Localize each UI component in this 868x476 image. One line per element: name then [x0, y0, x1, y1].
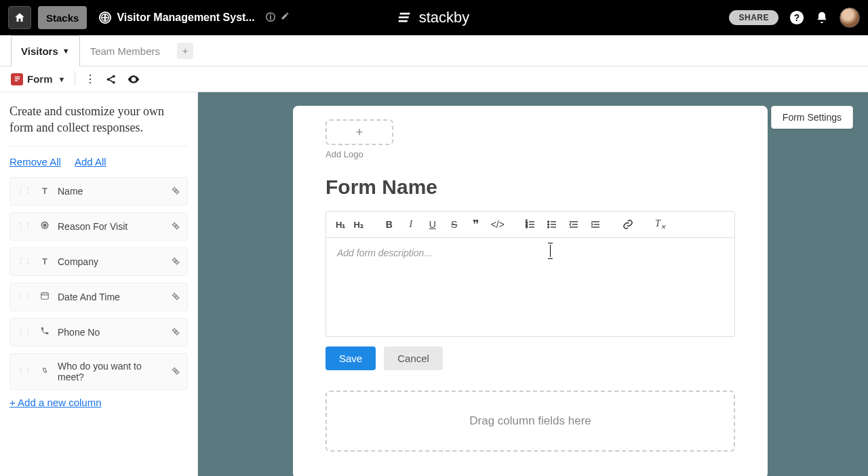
field-item-date[interactable]: ⋮⋮ Date And Time [9, 283, 188, 311]
field-item-meet[interactable]: ⋮⋮ Who do you want to meet? [9, 353, 188, 390]
brand-name: stackby [419, 9, 470, 26]
workspace-name[interactable]: Visitor Management Syst... ⓘ [99, 12, 289, 24]
unordered-list-button[interactable] [542, 215, 561, 234]
svg-rect-3 [14, 77, 19, 77]
indent-button[interactable] [586, 215, 605, 234]
h2-button[interactable]: H₂ [351, 215, 366, 234]
ordered-list-button[interactable]: 123 [521, 215, 540, 234]
svg-point-11 [176, 191, 178, 193]
unordered-list-icon [547, 219, 557, 230]
svg-point-24 [176, 371, 178, 374]
quote-button[interactable]: ❞ [467, 215, 486, 234]
field-settings-button[interactable] [170, 220, 180, 233]
field-settings-button[interactable] [170, 326, 180, 338]
add-all-link[interactable]: Add All [75, 156, 106, 167]
strike-button[interactable]: S [445, 215, 464, 234]
svg-point-30 [547, 226, 549, 228]
preview-button[interactable] [127, 73, 140, 86]
add-logo-button[interactable]: + [326, 119, 393, 145]
field-item-company[interactable]: ⋮⋮ T Company [9, 247, 188, 276]
share-label: SHARE [738, 13, 769, 22]
italic-button[interactable]: I [401, 215, 420, 234]
field-settings-button[interactable] [170, 256, 180, 268]
outdent-icon [568, 219, 579, 230]
view-switcher[interactable]: Form ▼ [11, 73, 65, 85]
field-settings-button[interactable] [170, 365, 180, 378]
svg-point-28 [547, 221, 549, 222]
drag-handle-icon[interactable]: ⋮⋮ [17, 259, 32, 264]
outdent-button[interactable] [564, 215, 583, 234]
form-title[interactable]: Form Name [326, 176, 735, 199]
cancel-label: Cancel [397, 353, 429, 364]
field-item-name[interactable]: ⋮⋮ T Name [9, 177, 188, 205]
svg-point-19 [173, 294, 176, 296]
svg-point-21 [173, 329, 176, 332]
add-table-button[interactable]: + [177, 43, 193, 59]
field-item-reason[interactable]: ⋮⋮ Reason For Visit [9, 212, 188, 241]
bold-button[interactable]: B [380, 215, 399, 234]
clear-format-button[interactable]: T✕ [651, 215, 670, 234]
text-type-icon: T [39, 186, 51, 196]
drag-handle-icon[interactable]: ⋮⋮ [17, 294, 32, 300]
drag-handle-icon[interactable]: ⋮⋮ [17, 189, 32, 194]
field-item-phone[interactable]: ⋮⋮ Phone No [9, 318, 188, 346]
form-sidebar: Create and customize your own form and c… [0, 92, 198, 476]
field-label: Company [58, 256, 170, 267]
share-view-button[interactable] [105, 73, 117, 85]
main-area: Create and customize your own form and c… [0, 92, 868, 476]
save-button[interactable]: Save [326, 346, 376, 370]
svg-point-22 [176, 332, 178, 334]
gear-icon [170, 365, 180, 376]
form-canvas: Form Settings + Add Logo Form Name H₁ H₂… [198, 92, 868, 476]
field-label: Date And Time [58, 292, 170, 302]
form-settings-button[interactable]: Form Settings [771, 106, 853, 129]
info-icon[interactable]: ⓘ [266, 12, 275, 24]
field-settings-button[interactable] [170, 185, 180, 197]
view-options-button[interactable]: ⋮ [85, 73, 96, 85]
quote-icon: ❞ [473, 217, 479, 232]
user-avatar[interactable] [840, 7, 860, 28]
remove-all-link[interactable]: Remove All [9, 156, 61, 167]
home-button[interactable] [8, 6, 31, 29]
caret-down-icon: ▼ [62, 47, 70, 55]
field-label: Who do you want to meet? [58, 361, 170, 382]
text-type-icon: T [39, 256, 51, 266]
underline-icon: U [429, 219, 436, 230]
link-button[interactable] [618, 215, 637, 234]
svg-point-9 [133, 78, 135, 80]
underline-button[interactable]: U [423, 215, 442, 234]
cancel-button[interactable]: Cancel [384, 346, 443, 370]
notifications-button[interactable] [815, 11, 829, 24]
top-bar: Stacks Visitor Management Syst... ⓘ stac… [0, 0, 868, 35]
drag-handle-icon[interactable]: ⋮⋮ [17, 330, 32, 335]
edit-icon[interactable] [281, 12, 290, 24]
code-button[interactable]: </> [488, 215, 507, 234]
bold-icon: B [386, 219, 393, 230]
svg-rect-5 [14, 80, 18, 81]
sidebar-description: Create and customize your own form and c… [9, 103, 188, 136]
add-column-link[interactable]: + Add a new column [9, 397, 102, 408]
drag-handle-icon[interactable]: ⋮⋮ [17, 369, 32, 374]
gear-icon [170, 326, 180, 336]
indent-icon [590, 219, 601, 230]
gear-icon [170, 220, 180, 231]
tab-team-members[interactable]: Team Members [80, 35, 170, 66]
svg-point-14 [173, 223, 176, 226]
select-type-icon [39, 220, 51, 232]
ordered-list-icon: 123 [525, 219, 536, 230]
save-label: Save [339, 353, 362, 364]
sidebar-actions: Remove All Add All [9, 156, 188, 167]
tab-label: Visitors [21, 45, 58, 57]
share-button[interactable]: SHARE [729, 10, 778, 25]
field-drop-zone[interactable]: Drag column fields here [326, 391, 735, 452]
help-button[interactable]: ? [789, 10, 804, 25]
tab-visitors[interactable]: Visitors ▼ [11, 35, 80, 66]
drag-handle-icon[interactable]: ⋮⋮ [17, 224, 32, 229]
description-editor[interactable]: Add form description... [326, 238, 735, 337]
svg-text:3: 3 [526, 225, 528, 229]
drop-hint: Drag column fields here [469, 414, 591, 428]
divider [75, 73, 75, 86]
h1-button[interactable]: H₁ [333, 215, 348, 234]
stacks-button[interactable]: Stacks [38, 6, 87, 29]
field-settings-button[interactable] [170, 291, 180, 303]
